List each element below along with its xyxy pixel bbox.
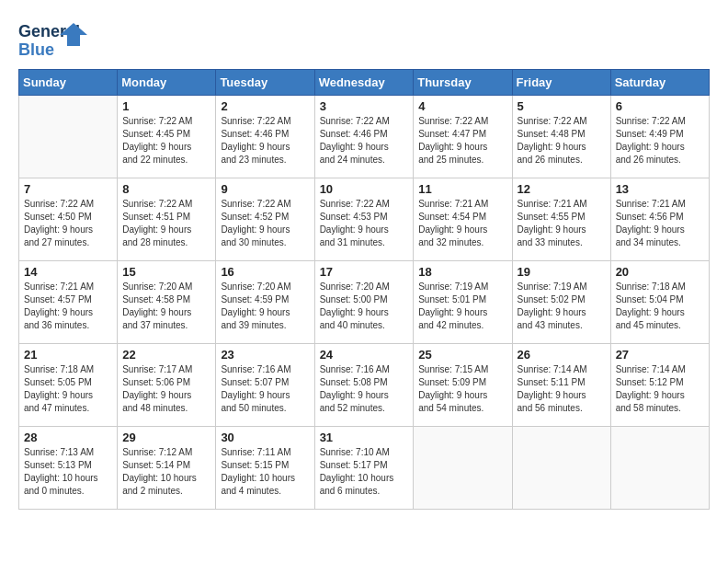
day-number: 12	[518, 182, 606, 196]
day-info: Sunrise: 7:16 AM Sunset: 5:08 PM Dayligh…	[320, 363, 409, 415]
calendar-day-27: 27Sunrise: 7:14 AM Sunset: 5:12 PM Dayli…	[610, 344, 709, 427]
day-number: 25	[418, 348, 506, 362]
day-info: Sunrise: 7:22 AM Sunset: 4:48 PM Dayligh…	[518, 115, 606, 167]
calendar-day-17: 17Sunrise: 7:20 AM Sunset: 5:00 PM Dayli…	[314, 261, 414, 344]
day-number: 10	[320, 182, 409, 196]
calendar-table: SundayMondayTuesdayWednesdayThursdayFrid…	[18, 69, 710, 510]
day-info: Sunrise: 7:16 AM Sunset: 5:07 PM Dayligh…	[221, 363, 309, 415]
calendar-week-2: 7Sunrise: 7:22 AM Sunset: 4:50 PM Daylig…	[19, 178, 710, 261]
calendar-day-9: 9Sunrise: 7:22 AM Sunset: 4:52 PM Daylig…	[216, 178, 314, 261]
calendar-day-2: 2Sunrise: 7:22 AM Sunset: 4:46 PM Daylig…	[216, 96, 314, 178]
day-number: 27	[616, 348, 704, 362]
calendar-day-24: 24Sunrise: 7:16 AM Sunset: 5:08 PM Dayli…	[314, 344, 414, 427]
day-number: 11	[418, 182, 506, 196]
day-number: 26	[518, 348, 606, 362]
calendar-day-6: 6Sunrise: 7:22 AM Sunset: 4:49 PM Daylig…	[610, 96, 709, 178]
calendar-day-28: 28Sunrise: 7:13 AM Sunset: 5:13 PM Dayli…	[19, 427, 118, 510]
day-number: 30	[221, 431, 309, 444]
day-number: 13	[616, 182, 704, 196]
calendar-day-13: 13Sunrise: 7:21 AM Sunset: 4:56 PM Dayli…	[610, 178, 709, 261]
calendar-day-empty	[414, 427, 512, 510]
calendar-day-empty	[610, 427, 709, 510]
day-info: Sunrise: 7:22 AM Sunset: 4:50 PM Dayligh…	[24, 198, 112, 249]
calendar-day-19: 19Sunrise: 7:19 AM Sunset: 5:02 PM Dayli…	[512, 261, 610, 344]
weekday-header-friday: Friday	[512, 70, 610, 96]
day-info: Sunrise: 7:22 AM Sunset: 4:52 PM Dayligh…	[221, 198, 309, 249]
day-number: 31	[320, 431, 409, 444]
day-info: Sunrise: 7:20 AM Sunset: 5:00 PM Dayligh…	[320, 281, 409, 332]
day-info: Sunrise: 7:12 AM Sunset: 5:14 PM Dayligh…	[122, 446, 210, 498]
day-number: 2	[221, 99, 309, 113]
calendar-day-14: 14Sunrise: 7:21 AM Sunset: 4:57 PM Dayli…	[19, 261, 118, 344]
calendar-day-7: 7Sunrise: 7:22 AM Sunset: 4:50 PM Daylig…	[19, 178, 118, 261]
day-info: Sunrise: 7:21 AM Sunset: 4:57 PM Dayligh…	[24, 281, 112, 332]
calendar-day-31: 31Sunrise: 7:10 AM Sunset: 5:17 PM Dayli…	[314, 427, 414, 510]
calendar-day-1: 1Sunrise: 7:22 AM Sunset: 4:45 PM Daylig…	[118, 96, 216, 178]
calendar-day-4: 4Sunrise: 7:22 AM Sunset: 4:47 PM Daylig…	[414, 96, 512, 178]
day-info: Sunrise: 7:19 AM Sunset: 5:01 PM Dayligh…	[418, 281, 506, 332]
day-number: 19	[518, 265, 606, 279]
day-info: Sunrise: 7:22 AM Sunset: 4:45 PM Dayligh…	[122, 115, 210, 167]
day-number: 8	[122, 182, 210, 196]
logo-icon: GeneralBlue	[18, 18, 92, 60]
day-info: Sunrise: 7:22 AM Sunset: 4:51 PM Dayligh…	[122, 198, 210, 249]
calendar-day-15: 15Sunrise: 7:20 AM Sunset: 4:58 PM Dayli…	[118, 261, 216, 344]
calendar-day-5: 5Sunrise: 7:22 AM Sunset: 4:48 PM Daylig…	[512, 96, 610, 178]
day-number: 3	[320, 99, 409, 113]
day-info: Sunrise: 7:21 AM Sunset: 4:55 PM Dayligh…	[518, 198, 606, 249]
day-info: Sunrise: 7:11 AM Sunset: 5:15 PM Dayligh…	[221, 446, 309, 498]
day-info: Sunrise: 7:22 AM Sunset: 4:46 PM Dayligh…	[320, 115, 409, 167]
day-info: Sunrise: 7:15 AM Sunset: 5:09 PM Dayligh…	[418, 363, 506, 415]
weekday-header-saturday: Saturday	[610, 70, 709, 96]
day-number: 22	[122, 348, 210, 362]
calendar-week-5: 28Sunrise: 7:13 AM Sunset: 5:13 PM Dayli…	[19, 427, 710, 510]
day-info: Sunrise: 7:17 AM Sunset: 5:06 PM Dayligh…	[122, 363, 210, 415]
calendar-day-29: 29Sunrise: 7:12 AM Sunset: 5:14 PM Dayli…	[118, 427, 216, 510]
calendar-day-26: 26Sunrise: 7:14 AM Sunset: 5:11 PM Dayli…	[512, 344, 610, 427]
day-info: Sunrise: 7:21 AM Sunset: 4:56 PM Dayligh…	[616, 198, 704, 249]
day-info: Sunrise: 7:18 AM Sunset: 5:05 PM Dayligh…	[24, 363, 112, 415]
weekday-header-monday: Monday	[118, 70, 216, 96]
svg-text:Blue: Blue	[18, 40, 54, 59]
day-number: 18	[418, 265, 506, 279]
weekday-header-tuesday: Tuesday	[216, 70, 314, 96]
day-number: 20	[616, 265, 704, 279]
day-number: 9	[221, 182, 309, 196]
day-info: Sunrise: 7:14 AM Sunset: 5:11 PM Dayligh…	[518, 363, 606, 415]
day-info: Sunrise: 7:22 AM Sunset: 4:49 PM Dayligh…	[616, 115, 704, 167]
weekday-header-wednesday: Wednesday	[314, 70, 414, 96]
calendar-day-11: 11Sunrise: 7:21 AM Sunset: 4:54 PM Dayli…	[414, 178, 512, 261]
calendar-week-4: 21Sunrise: 7:18 AM Sunset: 5:05 PM Dayli…	[19, 344, 710, 427]
calendar-day-25: 25Sunrise: 7:15 AM Sunset: 5:09 PM Dayli…	[414, 344, 512, 427]
day-number: 16	[221, 265, 309, 279]
day-info: Sunrise: 7:22 AM Sunset: 4:53 PM Dayligh…	[320, 198, 409, 249]
day-info: Sunrise: 7:13 AM Sunset: 5:13 PM Dayligh…	[24, 446, 112, 498]
calendar-week-3: 14Sunrise: 7:21 AM Sunset: 4:57 PM Dayli…	[19, 261, 710, 344]
day-number: 21	[24, 348, 112, 362]
day-info: Sunrise: 7:19 AM Sunset: 5:02 PM Dayligh…	[518, 281, 606, 332]
calendar-day-21: 21Sunrise: 7:18 AM Sunset: 5:05 PM Dayli…	[19, 344, 118, 427]
calendar-day-8: 8Sunrise: 7:22 AM Sunset: 4:51 PM Daylig…	[118, 178, 216, 261]
day-number: 24	[320, 348, 409, 362]
logo: GeneralBlue	[18, 18, 94, 60]
calendar-day-18: 18Sunrise: 7:19 AM Sunset: 5:01 PM Dayli…	[414, 261, 512, 344]
calendar-day-empty	[19, 96, 118, 178]
calendar-day-23: 23Sunrise: 7:16 AM Sunset: 5:07 PM Dayli…	[216, 344, 314, 427]
day-number: 6	[616, 99, 704, 113]
calendar-day-3: 3Sunrise: 7:22 AM Sunset: 4:46 PM Daylig…	[314, 96, 414, 178]
day-number: 14	[24, 265, 112, 279]
calendar-day-22: 22Sunrise: 7:17 AM Sunset: 5:06 PM Dayli…	[118, 344, 216, 427]
calendar-day-12: 12Sunrise: 7:21 AM Sunset: 4:55 PM Dayli…	[512, 178, 610, 261]
day-info: Sunrise: 7:18 AM Sunset: 5:04 PM Dayligh…	[616, 281, 704, 332]
day-number: 4	[418, 99, 506, 113]
page-header: GeneralBlue	[18, 18, 710, 60]
day-number: 28	[24, 431, 112, 444]
day-number: 15	[122, 265, 210, 279]
day-number: 23	[221, 348, 309, 362]
day-number: 29	[122, 431, 210, 444]
day-info: Sunrise: 7:14 AM Sunset: 5:12 PM Dayligh…	[616, 363, 704, 415]
calendar-day-30: 30Sunrise: 7:11 AM Sunset: 5:15 PM Dayli…	[216, 427, 314, 510]
calendar-day-16: 16Sunrise: 7:20 AM Sunset: 4:59 PM Dayli…	[216, 261, 314, 344]
calendar-day-10: 10Sunrise: 7:22 AM Sunset: 4:53 PM Dayli…	[314, 178, 414, 261]
day-info: Sunrise: 7:22 AM Sunset: 4:47 PM Dayligh…	[418, 115, 506, 167]
